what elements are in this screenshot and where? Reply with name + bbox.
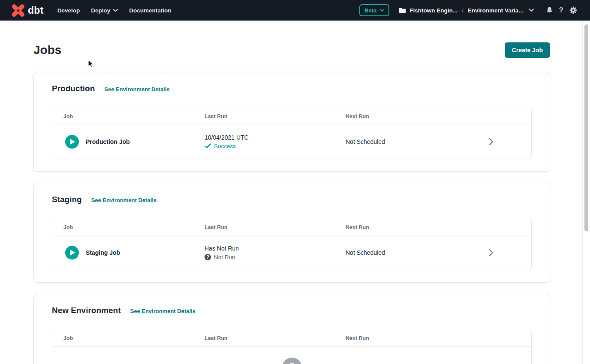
chevron-down-icon: [529, 9, 534, 12]
job-name[interactable]: Staging Job: [86, 249, 120, 256]
next-run-value: Not Scheduled: [346, 249, 489, 256]
environment-card-production: Production See Environment Details Job L…: [33, 72, 550, 172]
chevron-right-icon[interactable]: [489, 138, 493, 145]
chevron-down-icon: [380, 9, 384, 12]
column-header-last-run: Last Run: [205, 224, 346, 230]
question-icon: ?: [205, 254, 211, 260]
beta-dropdown[interactable]: Beta: [359, 4, 389, 16]
dbt-logo-icon: [10, 3, 26, 18]
jobs-table: Job Last Run Next Run Staging Job Has No…: [52, 219, 532, 269]
jobs-table-header: Job Last Run Next Run: [52, 330, 531, 347]
page-title: Jobs: [33, 43, 61, 57]
jobs-table-header: Job Last Run Next Run: [52, 108, 531, 125]
mouse-cursor: [88, 60, 94, 69]
last-run-date: Has Not Run: [205, 245, 346, 252]
top-nav: dbt Develop Deploy Documentation Beta Fi…: [0, 0, 590, 21]
beta-label: Beta: [364, 7, 376, 14]
chevron-right-icon[interactable]: [489, 249, 493, 256]
environment-title: New Environment: [52, 306, 120, 315]
column-header-next-run: Next Run: [346, 113, 531, 119]
column-header-job: Job: [52, 224, 205, 230]
column-header-last-run: Last Run: [205, 335, 346, 341]
play-icon: [69, 250, 75, 256]
status-badge: Success: [214, 143, 236, 149]
job-row[interactable]: Staging Job Has Not Run ? Not Run Not Sc…: [52, 236, 531, 269]
run-job-play-button[interactable]: [65, 135, 79, 149]
dbt-logo[interactable]: dbt: [10, 3, 44, 18]
breadcrumb-project[interactable]: Fishtown Engin...: [409, 7, 458, 14]
scrollbar-track[interactable]: [582, 21, 590, 364]
breadcrumb-separator: /: [462, 7, 464, 14]
chevron-down-icon: [113, 9, 118, 12]
environment-card-staging: Staging See Environment Details Job Last…: [33, 183, 550, 283]
job-row[interactable]: Production Job 10/04/2021 UTC Success No…: [52, 125, 531, 158]
see-environment-details-link[interactable]: See Environment Details: [130, 308, 195, 314]
nav-deploy-label: Deploy: [91, 7, 110, 14]
settings-gear-icon[interactable]: [569, 6, 577, 14]
column-header-next-run: Next Run: [346, 224, 531, 230]
empty-state: ?: [52, 347, 531, 364]
breadcrumb-chevron[interactable]: [529, 9, 534, 12]
run-job-play-button[interactable]: [65, 246, 79, 260]
jobs-table-header: Job Last Run Next Run: [52, 219, 531, 236]
see-environment-details-link[interactable]: See Environment Details: [104, 86, 169, 92]
nav-develop[interactable]: Develop: [57, 7, 80, 14]
scrollbar-thumb[interactable]: [584, 24, 588, 231]
breadcrumb: Fishtown Engin... / Environment Varia...: [399, 7, 533, 14]
column-header-last-run: Last Run: [205, 113, 346, 119]
next-run-value: Not Scheduled: [346, 138, 489, 145]
check-icon: [205, 143, 211, 149]
jobs-table: Job Last Run Next Run Production Job 10/…: [52, 108, 532, 158]
main-content: Jobs Create Job Production See Environme…: [0, 21, 582, 364]
folder-icon: [399, 7, 406, 14]
column-header-job: Job: [52, 335, 205, 341]
notifications-bell-icon[interactable]: [546, 6, 553, 14]
column-header-next-run: Next Run: [346, 335, 531, 341]
job-name[interactable]: Production Job: [86, 138, 130, 145]
column-header-job: Job: [52, 113, 205, 119]
breadcrumb-section[interactable]: Environment Varia...: [468, 7, 524, 14]
create-job-button[interactable]: Create Job: [505, 42, 550, 58]
last-run-date: 10/04/2021 UTC: [205, 134, 346, 141]
question-icon: ?: [282, 358, 302, 364]
dbt-logo-text: dbt: [28, 5, 44, 16]
see-environment-details-link[interactable]: See Environment Details: [91, 197, 157, 203]
status-badge: Not Run: [214, 254, 235, 260]
help-icon[interactable]: ?: [559, 6, 563, 14]
environment-title: Production: [52, 84, 95, 93]
nav-deploy[interactable]: Deploy: [91, 7, 118, 14]
play-icon: [69, 139, 75, 145]
environment-title: Staging: [52, 195, 82, 204]
jobs-table: Job Last Run Next Run ?: [52, 330, 532, 364]
nav-documentation[interactable]: Documentation: [129, 7, 171, 14]
environment-card-new-environment: New Environment See Environment Details …: [33, 294, 550, 364]
